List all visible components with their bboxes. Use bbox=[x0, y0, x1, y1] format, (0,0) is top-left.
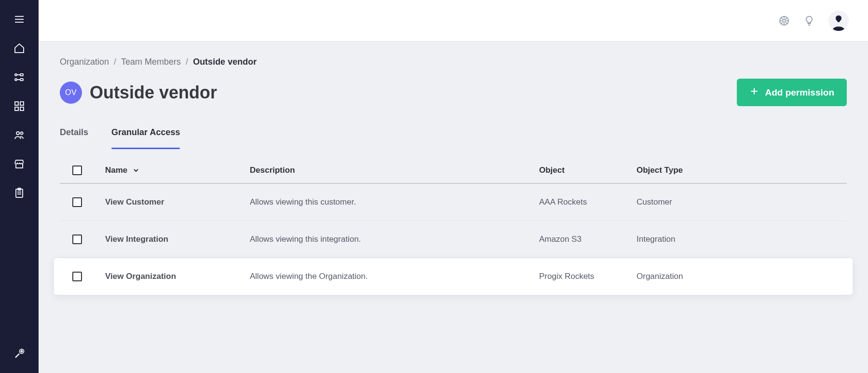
svg-line-26 bbox=[786, 17, 787, 19]
svg-rect-6 bbox=[20, 79, 23, 81]
row-description: Allows viewing this integration. bbox=[250, 235, 539, 244]
row-object: Amazon S3 bbox=[539, 235, 637, 244]
col-header-object[interactable]: Object bbox=[539, 166, 637, 175]
svg-line-24 bbox=[781, 17, 783, 19]
breadcrumb-separator: / bbox=[186, 57, 188, 67]
home-icon[interactable] bbox=[14, 42, 25, 54]
row-description: Allows viewing this customer. bbox=[250, 197, 539, 207]
row-object-type: Integration bbox=[637, 235, 834, 244]
svg-rect-9 bbox=[15, 107, 18, 111]
hamburger-menu-icon[interactable] bbox=[14, 14, 25, 25]
svg-point-30 bbox=[837, 18, 840, 22]
breadcrumb-link-team-members[interactable]: Team Members bbox=[121, 57, 181, 67]
tab-details[interactable]: Details bbox=[60, 127, 88, 148]
help-gear-icon[interactable] bbox=[778, 15, 790, 27]
user-avatar[interactable] bbox=[828, 11, 849, 31]
flow-icon[interactable] bbox=[14, 71, 25, 83]
sidebar bbox=[0, 0, 39, 373]
svg-point-19 bbox=[783, 19, 786, 22]
svg-rect-4 bbox=[20, 74, 23, 76]
tabs: Details Granular Access bbox=[60, 127, 847, 148]
svg-rect-8 bbox=[20, 102, 24, 105]
col-header-name-label: Name bbox=[105, 166, 127, 175]
col-header-description[interactable]: Description bbox=[250, 166, 539, 175]
select-all-checkbox[interactable] bbox=[72, 166, 82, 175]
add-permission-label: Add permission bbox=[765, 87, 834, 98]
chevron-down-icon bbox=[132, 166, 140, 174]
grid-icon[interactable] bbox=[14, 100, 25, 112]
tab-granular-access[interactable]: Granular Access bbox=[111, 127, 180, 148]
store-icon[interactable] bbox=[14, 158, 25, 170]
title-left: OV Outside vendor bbox=[60, 82, 217, 104]
col-header-name[interactable]: Name bbox=[105, 166, 250, 175]
svg-point-12 bbox=[21, 132, 23, 135]
row-description: Allows viewing the Organization. bbox=[250, 272, 539, 281]
row-name: View Organization bbox=[105, 272, 250, 281]
row-object-type: Organization bbox=[637, 272, 834, 281]
row-checkbox[interactable] bbox=[72, 272, 82, 281]
table-row[interactable]: View IntegrationAllows viewing this inte… bbox=[60, 221, 847, 258]
row-object-type: Customer bbox=[637, 197, 834, 207]
add-permission-button[interactable]: Add permission bbox=[737, 79, 847, 106]
row-object: Progix Rockets bbox=[539, 272, 637, 281]
row-checkbox[interactable] bbox=[72, 235, 82, 244]
breadcrumb-link-organization[interactable]: Organization bbox=[60, 57, 109, 67]
clipboard-icon[interactable] bbox=[14, 187, 25, 199]
svg-rect-7 bbox=[15, 102, 18, 105]
row-select-cell bbox=[72, 197, 105, 207]
row-name: View Integration bbox=[105, 235, 250, 244]
svg-point-3 bbox=[15, 74, 17, 76]
col-header-object-type[interactable]: Object Type bbox=[637, 166, 834, 175]
page-title: Outside vendor bbox=[90, 83, 217, 103]
permissions-table: Name Description Object Object Type View… bbox=[60, 166, 847, 295]
svg-point-5 bbox=[15, 79, 17, 81]
svg-rect-10 bbox=[20, 107, 24, 111]
breadcrumb: Organization / Team Members / Outside ve… bbox=[60, 57, 847, 67]
col-header-select bbox=[72, 166, 105, 175]
svg-point-11 bbox=[16, 132, 19, 135]
settings-wand-icon[interactable] bbox=[14, 348, 25, 359]
title-row: OV Outside vendor Add permission bbox=[60, 79, 847, 106]
svg-line-27 bbox=[781, 22, 783, 24]
row-select-cell bbox=[72, 235, 105, 244]
row-select-cell bbox=[72, 272, 105, 281]
row-object: AAA Rockets bbox=[539, 197, 637, 207]
breadcrumb-separator: / bbox=[114, 57, 116, 67]
users-icon[interactable] bbox=[14, 129, 25, 141]
plus-icon bbox=[749, 86, 759, 98]
table-row[interactable]: View CustomerAllows viewing this custome… bbox=[60, 184, 847, 221]
breadcrumb-current: Outside vendor bbox=[193, 57, 257, 67]
table-header-row: Name Description Object Object Type bbox=[60, 166, 847, 184]
row-checkbox[interactable] bbox=[72, 197, 82, 207]
table-row[interactable]: View OrganizationAllows viewing the Orga… bbox=[54, 258, 853, 295]
svg-line-25 bbox=[786, 22, 787, 24]
entity-avatar-initials: OV bbox=[60, 82, 82, 104]
row-name: View Customer bbox=[105, 197, 250, 207]
topbar bbox=[39, 0, 868, 41]
lightbulb-icon[interactable] bbox=[803, 15, 815, 27]
main-content: Organization / Team Members / Outside ve… bbox=[39, 41, 868, 373]
